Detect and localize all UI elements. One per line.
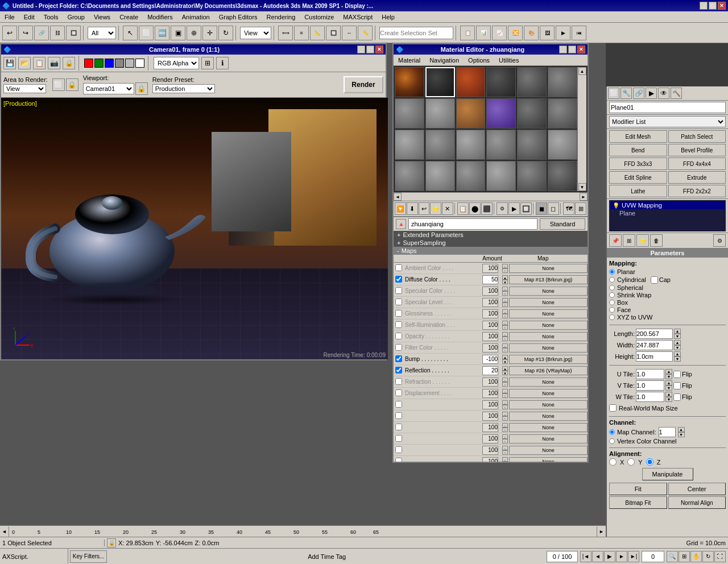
track-view-btn[interactable]: 📈 bbox=[492, 26, 507, 40]
xyz-radio[interactable] bbox=[609, 314, 615, 320]
mat-get-material-btn[interactable]: 🔽 bbox=[395, 202, 406, 215]
extended-params-header[interactable]: + Extended Parameters bbox=[394, 231, 588, 239]
map-btn-0[interactable]: None bbox=[509, 264, 588, 273]
mat-sphere-8[interactable] bbox=[425, 98, 455, 128]
edit-mesh-btn[interactable]: Edit Mesh bbox=[609, 130, 667, 143]
manipulate-btn[interactable]: Manipulate bbox=[642, 468, 693, 480]
make-unique-stack-btn[interactable]: ⭐ bbox=[636, 234, 649, 247]
layer-btn[interactable]: 📋 bbox=[460, 26, 475, 40]
mat-name-input[interactable] bbox=[408, 218, 537, 230]
map-check-14[interactable] bbox=[394, 424, 404, 432]
snap-btn[interactable]: 📐 bbox=[310, 26, 325, 40]
graph-editor-btn[interactable]: 📊 bbox=[476, 26, 491, 40]
orbit-btn[interactable]: ↻ bbox=[702, 551, 714, 562]
vtile-input[interactable] bbox=[636, 380, 664, 391]
mirror-btn[interactable]: ⟺ bbox=[278, 26, 293, 40]
map-amount-input-17[interactable] bbox=[482, 457, 498, 462]
object-name-input[interactable] bbox=[609, 102, 726, 113]
mat-show-map-btn[interactable]: 🗺 bbox=[563, 202, 574, 215]
mat-sphere-11[interactable] bbox=[517, 98, 547, 128]
select-by-name-btn[interactable]: 🔤 bbox=[155, 26, 169, 40]
mat-menu-options[interactable]: Options bbox=[466, 57, 492, 64]
display-btn[interactable]: ⊞ bbox=[201, 57, 214, 69]
mat-dropper-btn[interactable]: 🔺 bbox=[396, 219, 406, 229]
move-btn[interactable]: ✛ bbox=[202, 26, 217, 40]
pan-btn[interactable]: ✋ bbox=[690, 551, 702, 562]
mat-sphere-13[interactable] bbox=[395, 130, 424, 160]
lock-stack-btn[interactable]: 📌 bbox=[609, 234, 622, 247]
render-camera-btn[interactable]: 📷 bbox=[48, 57, 60, 69]
mat-sphere-3[interactable] bbox=[456, 67, 486, 97]
map-amount-input-16[interactable] bbox=[482, 446, 498, 455]
height-down[interactable]: ▼ bbox=[674, 356, 681, 362]
map-spinner-down-9[interactable]: ▼ bbox=[502, 371, 508, 375]
box-radio[interactable] bbox=[609, 300, 615, 305]
undo-btn[interactable]: ↩ bbox=[2, 26, 17, 40]
spacing-btn[interactable]: ↔ bbox=[342, 26, 357, 40]
zoom-btn[interactable]: 🔍 bbox=[667, 551, 678, 562]
color-green[interactable] bbox=[94, 59, 104, 68]
lathe-btn[interactable]: Lathe bbox=[609, 185, 667, 197]
bind-space-btn[interactable]: 🔲 bbox=[66, 26, 81, 40]
info-btn[interactable]: ℹ bbox=[216, 57, 229, 69]
render-save-btn[interactable]: 💾 bbox=[3, 57, 16, 69]
map-btn-6[interactable]: None bbox=[509, 332, 588, 341]
menu-create[interactable]: Create bbox=[117, 13, 140, 21]
planar-radio[interactable] bbox=[609, 269, 615, 275]
map-spinner-up-8[interactable]: ▲ bbox=[502, 355, 508, 359]
mat-hscroll-left[interactable]: ◄ bbox=[394, 193, 402, 201]
frame-num-input[interactable] bbox=[642, 551, 664, 562]
map-amount-input-8[interactable] bbox=[482, 355, 498, 364]
utile-down[interactable]: ▼ bbox=[665, 374, 672, 379]
key-filters-btn[interactable]: Key Filters... bbox=[70, 550, 107, 563]
menu-rendering[interactable]: Rendering bbox=[264, 13, 298, 21]
map-spinner-down-16[interactable]: ▼ bbox=[502, 450, 508, 455]
mat-diffuse-btn[interactable]: ◼ bbox=[536, 202, 547, 215]
render-dialog-titlebar[interactable]: 🔷 Camera01, frame 0 (1:1) _ □ ✕ bbox=[1, 44, 386, 55]
mat-sphere-20[interactable] bbox=[425, 161, 455, 191]
menu-customize[interactable]: Customize bbox=[302, 13, 336, 21]
mat-sphere-2[interactable] bbox=[425, 67, 455, 97]
menu-graph-editors[interactable]: Graph Editors bbox=[217, 13, 260, 21]
map-check-17[interactable] bbox=[394, 458, 404, 462]
mat-sphere-16[interactable] bbox=[486, 130, 516, 160]
vtile-up[interactable]: ▲ bbox=[665, 380, 672, 385]
map-spinner-down-10[interactable]: ▼ bbox=[502, 382, 508, 387]
mat-options-btn[interactable]: ⚙ bbox=[497, 202, 508, 215]
timeline-next-btn[interactable]: ► bbox=[597, 526, 606, 537]
mat-hscroll-right[interactable]: ► bbox=[580, 193, 588, 201]
map-btn-10[interactable]: None bbox=[509, 378, 588, 387]
map-spinner-up-9[interactable]: ▲ bbox=[502, 366, 508, 371]
filter-dropdown[interactable]: All bbox=[88, 27, 116, 39]
mat-show-end-btn[interactable]: ⊞ bbox=[575, 202, 586, 215]
map-btn-3[interactable]: None bbox=[509, 298, 588, 307]
color-gray1[interactable] bbox=[115, 59, 124, 68]
mat-sphere-17[interactable] bbox=[517, 130, 547, 160]
map-amount-input-6[interactable] bbox=[482, 332, 498, 341]
maximize-btn[interactable]: □ bbox=[709, 2, 717, 10]
align-x-radio[interactable] bbox=[609, 458, 617, 466]
mat-delete-btn[interactable]: ✕ bbox=[442, 202, 453, 215]
shrinkwrap-radio[interactable] bbox=[609, 292, 615, 298]
mat-select-btn[interactable]: 🔲 bbox=[520, 202, 532, 215]
map-spinner-down-2[interactable]: ▼ bbox=[502, 291, 508, 296]
height-up[interactable]: ▲ bbox=[674, 351, 681, 356]
map-spinner-up-6[interactable]: ▲ bbox=[502, 332, 508, 337]
wtile-up[interactable]: ▲ bbox=[665, 392, 672, 397]
map-spinner-down-6[interactable]: ▼ bbox=[502, 337, 508, 341]
map-amount-input-0[interactable] bbox=[482, 264, 498, 273]
mat-scroll-down[interactable]: ▼ bbox=[578, 183, 586, 191]
mat-sphere-14[interactable] bbox=[425, 130, 455, 160]
create-tab-btn[interactable]: ⬜ bbox=[608, 88, 619, 99]
snap2d-btn[interactable]: 🔲 bbox=[326, 26, 341, 40]
map-check-4[interactable] bbox=[394, 310, 404, 318]
wtile-down[interactable]: ▼ bbox=[665, 397, 672, 402]
render-close[interactable]: ✕ bbox=[375, 45, 383, 53]
modifier-list-dropdown[interactable]: Modifier List bbox=[609, 116, 726, 127]
map-amount-input-14[interactable] bbox=[482, 423, 498, 432]
render-setup-btn[interactable]: 🖼 bbox=[540, 26, 555, 40]
color-white[interactable] bbox=[135, 59, 144, 68]
menu-group[interactable]: Group bbox=[65, 13, 87, 21]
map-channel-radio[interactable] bbox=[609, 429, 615, 435]
mat-sphere-18[interactable] bbox=[548, 130, 577, 160]
